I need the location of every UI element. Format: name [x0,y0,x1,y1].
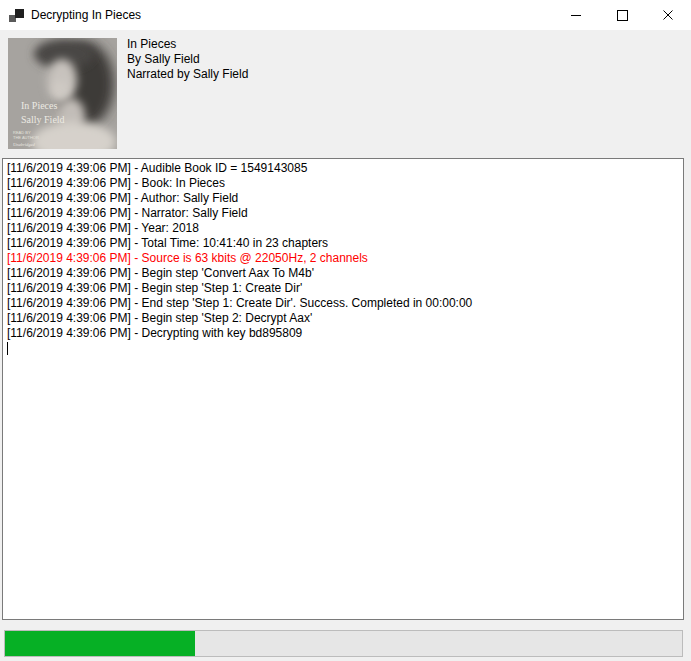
maximize-button[interactable] [599,0,645,30]
close-button[interactable] [645,0,691,30]
cover-title: In Pieces [21,100,57,111]
close-icon [663,10,673,20]
log-line: [11/6/2019 4:39:06 PM] - Decrypting with… [7,326,683,341]
titlebar[interactable]: Decrypting In Pieces [0,0,691,30]
book-title: In Pieces [127,37,248,52]
app-icon [9,7,25,23]
book-narrator: Narrated by Sally Field [127,67,248,82]
log-line: [11/6/2019 4:39:06 PM] - Book: In Pieces [7,176,683,191]
book-cover-image: In Pieces Sally Field READ BY THE AUTHOR… [8,38,117,149]
maximize-icon [617,10,628,21]
window-title: Decrypting In Pieces [31,0,141,30]
book-author: By Sally Field [127,52,248,67]
app-window: { "window": { "title": "Decrypting In Pi… [0,0,691,661]
book-info: In Pieces By Sally Field Narrated by Sal… [127,37,248,82]
minimize-button[interactable] [553,0,599,30]
progress-bar [4,630,683,657]
log-line: [11/6/2019 4:39:06 PM] - Audible Book ID… [7,161,683,176]
cover-edition: Unabridged [13,142,35,147]
log-line: [11/6/2019 4:39:06 PM] - Begin step 'Ste… [7,281,683,296]
log-line: [11/6/2019 4:39:06 PM] - Year: 2018 [7,221,683,236]
log-line: [11/6/2019 4:39:06 PM] - Source is 63 kb… [7,251,683,266]
cover-author: Sally Field [21,114,65,125]
cover-readby-2: THE AUTHOR [13,135,39,140]
text-caret [7,342,8,355]
log-line: [11/6/2019 4:39:06 PM] - Begin step 'Con… [7,266,683,281]
minimize-icon [571,15,581,16]
log-line: [11/6/2019 4:39:06 PM] - End step 'Step … [7,296,683,311]
log-line: [11/6/2019 4:39:06 PM] - Total Time: 10:… [7,236,683,251]
log-line: [11/6/2019 4:39:06 PM] - Author: Sally F… [7,191,683,206]
log-line: [11/6/2019 4:39:06 PM] - Narrator: Sally… [7,206,683,221]
progress-fill [5,631,195,656]
log-line: [11/6/2019 4:39:06 PM] - Begin step 'Ste… [7,311,683,326]
log-textbox[interactable]: [11/6/2019 4:39:06 PM] - Audible Book ID… [2,158,684,620]
